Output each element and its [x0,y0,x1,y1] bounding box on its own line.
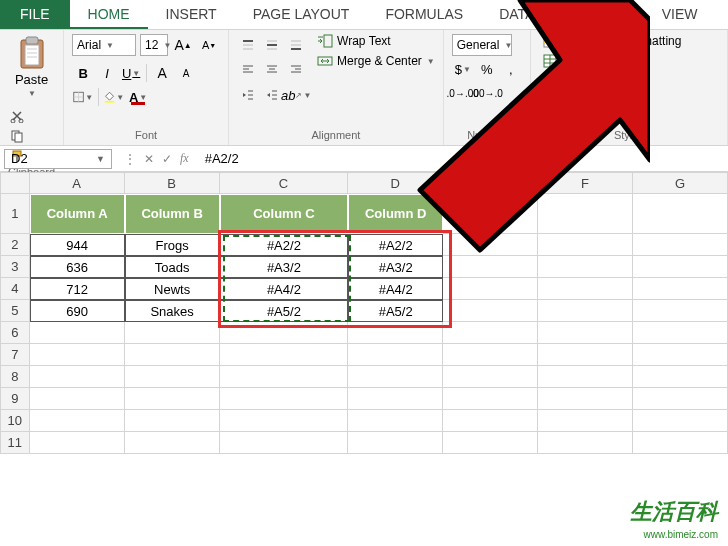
cell[interactable]: Toads [125,256,220,278]
cell[interactable] [633,322,728,344]
decrease-font-button[interactable]: A▼ [198,34,220,56]
border-button[interactable]: ▼ [72,86,94,108]
table-header-cell[interactable]: Column D [348,194,443,234]
cell[interactable] [538,432,633,454]
cell[interactable] [538,322,633,344]
cell[interactable] [538,388,633,410]
cell[interactable] [443,410,538,432]
row-header[interactable]: 3 [0,256,30,278]
review-tab[interactable]: REVIEW [552,0,643,29]
cell[interactable] [633,432,728,454]
formulas-tab[interactable]: FORMULAS [367,0,481,29]
paste-dropdown-icon[interactable]: ▼ [28,89,36,98]
cell[interactable] [538,194,633,234]
cell[interactable] [125,388,220,410]
align-bottom-button[interactable] [285,34,307,56]
cell[interactable] [30,322,125,344]
cell[interactable] [220,322,349,344]
row-header[interactable]: 6 [0,322,30,344]
formula-input[interactable]: #A2/2 [197,146,728,171]
col-header-c[interactable]: C [220,172,349,194]
cell[interactable] [30,432,125,454]
cell[interactable] [220,344,349,366]
cell[interactable] [348,432,443,454]
cell[interactable] [633,344,728,366]
cell[interactable] [348,322,443,344]
percent-button[interactable]: % [476,58,498,80]
bold-button[interactable]: B [72,62,94,84]
align-top-button[interactable] [237,34,259,56]
enter-formula-button[interactable]: ✓ [162,152,172,166]
cell[interactable] [125,322,220,344]
cell[interactable] [443,432,538,454]
cell[interactable] [220,366,349,388]
cell[interactable] [30,366,125,388]
name-box[interactable]: D2 ▼ [4,149,112,169]
cell[interactable] [633,300,728,322]
cell[interactable] [443,344,538,366]
page-layout-tab[interactable]: PAGE LAYOUT [235,0,368,29]
cell[interactable] [443,278,538,300]
cell[interactable]: Newts [125,278,220,300]
table-header-cell[interactable]: Column C [220,194,349,234]
conditional-formatting-button[interactable]: Conditional Formatting [543,34,719,48]
insert-tab[interactable]: INSERT [148,0,235,29]
file-tab[interactable]: FILE [0,0,70,29]
cell[interactable] [125,432,220,454]
cell[interactable] [538,344,633,366]
cell[interactable] [30,388,125,410]
cell[interactable] [633,410,728,432]
col-header-d[interactable]: D [348,172,443,194]
font-name-select[interactable]: Arial▼ [72,34,136,56]
cell[interactable] [443,322,538,344]
align-left-button[interactable] [237,58,259,80]
cell[interactable]: 690 [30,300,125,322]
row-header[interactable]: 1 [0,194,30,234]
cell[interactable]: #A5/2 [348,300,443,322]
cell[interactable]: #A2/2 [348,234,443,256]
name-box-dropdown-icon[interactable]: ▼ [96,154,105,164]
cell[interactable] [348,366,443,388]
cell[interactable]: #A3/2 [220,256,349,278]
home-tab[interactable]: HOME [70,0,148,29]
cell[interactable]: 944 [30,234,125,256]
formula-menu-icon[interactable]: ⋮ [124,152,136,166]
view-tab[interactable]: VIEW [644,0,716,29]
cell[interactable] [443,366,538,388]
cell[interactable]: #A4/2 [348,278,443,300]
col-header-f[interactable]: F [538,172,633,194]
cell[interactable] [348,388,443,410]
cell[interactable] [30,344,125,366]
font-grow-button[interactable]: A [151,62,173,84]
cell[interactable]: 636 [30,256,125,278]
cell[interactable] [443,300,538,322]
cell[interactable] [538,256,633,278]
cancel-formula-button[interactable]: ✕ [144,152,154,166]
col-header-e[interactable]: E [443,172,538,194]
row-header[interactable]: 11 [0,432,30,454]
cell-styles-button[interactable]: Cell Styles [543,74,719,88]
font-shrink-button[interactable]: A [175,62,197,84]
cell[interactable] [443,234,538,256]
cell[interactable]: 712 [30,278,125,300]
increase-font-button[interactable]: A▲ [172,34,194,56]
orientation-button[interactable]: ab↗▼ [285,84,307,106]
cell[interactable]: #A5/2 [220,300,349,322]
cell[interactable] [348,344,443,366]
cell[interactable]: #A4/2 [220,278,349,300]
row-header[interactable]: 5 [0,300,30,322]
cell[interactable] [220,410,349,432]
decrease-indent-button[interactable] [237,84,259,106]
cell[interactable] [633,278,728,300]
cell[interactable] [538,366,633,388]
italic-button[interactable]: I [96,62,118,84]
comma-button[interactable]: , [500,58,522,80]
cut-button[interactable] [8,108,26,124]
select-all-corner[interactable] [0,172,30,194]
cell[interactable] [633,366,728,388]
wrap-text-button[interactable]: Wrap Text [317,34,435,48]
cell[interactable] [30,410,125,432]
cell[interactable]: Frogs [125,234,220,256]
cell[interactable] [633,234,728,256]
cell[interactable] [125,410,220,432]
